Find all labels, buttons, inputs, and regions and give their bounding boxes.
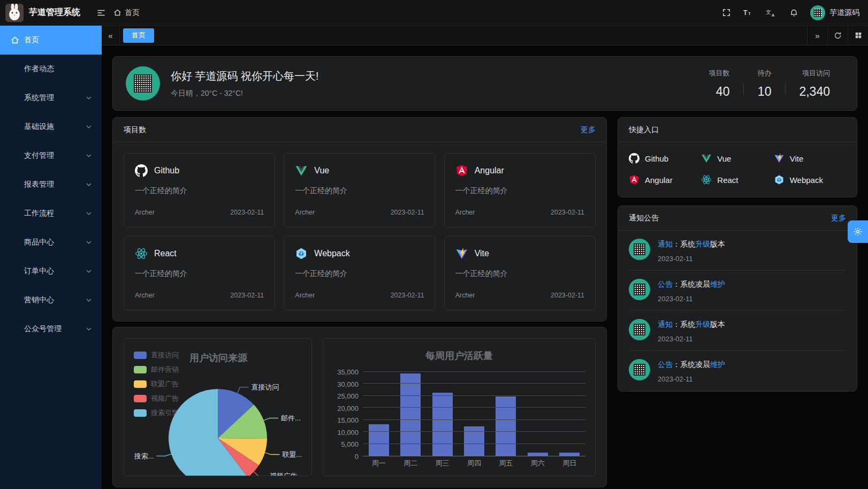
vue-icon (701, 153, 712, 164)
quick-entry-react[interactable]: React (701, 174, 773, 185)
quick-entry-label: Github (645, 154, 668, 163)
sidebar-item-7[interactable]: 商品中心 (0, 228, 102, 257)
sidebar-item-home[interactable]: 首页 (0, 26, 102, 55)
pie-label-line (238, 387, 249, 393)
project-card-vite[interactable]: Vite一个正经的简介Archer2023-02-11 (444, 236, 596, 310)
sidebar-item-4[interactable]: 支付管理 (0, 141, 102, 170)
tab-首页[interactable]: 首页 (123, 28, 154, 43)
quick-entry-vue[interactable]: Vue (701, 153, 773, 164)
app-title: 芋道管理系统 (29, 7, 80, 18)
menu-fold-icon[interactable] (92, 4, 110, 22)
notice-card-title: 通知公告 (629, 213, 659, 223)
project-desc: 一个正经的简介 (455, 186, 584, 196)
notification-bell-icon[interactable] (785, 4, 803, 22)
refresh-icon (834, 32, 842, 40)
sidebar-item-9[interactable]: 营销中心 (0, 286, 102, 315)
notice-item-0[interactable]: 通知：系统升级版本2023-02-11 (629, 231, 846, 271)
bar-周三[interactable] (432, 393, 453, 456)
project-card-webpack[interactable]: Webpack一个正经的简介Archer2023-02-11 (284, 236, 435, 310)
layout-grid-button[interactable] (848, 26, 868, 45)
sidebar-item-3[interactable]: 基础设施 (0, 112, 102, 141)
notice-date: 2023-02-11 (658, 375, 725, 383)
chevron-down-icon (86, 181, 92, 188)
notice-avatar (629, 319, 650, 340)
project-name: Github (154, 166, 179, 175)
project-card-angular[interactable]: Angular一个正经的简介Archer2023-02-11 (444, 153, 596, 227)
quick-entry-vite[interactable]: Vite (774, 153, 846, 164)
refresh-button[interactable] (827, 26, 848, 45)
settings-fab-button[interactable] (848, 220, 868, 243)
sidebar-item-label: 作者动态 (24, 64, 92, 74)
notice-item-3[interactable]: 公告：系统凌晨维护2023-02-11 (629, 351, 846, 391)
quick-entry-angular[interactable]: Angular (629, 174, 701, 185)
welcome-title: 你好 芋道源码 祝你开心每一天! (171, 69, 319, 83)
breadcrumb-item-home[interactable]: 首页 (125, 8, 140, 18)
pie-label-line (157, 454, 171, 456)
sidebar-item-1[interactable]: 作者动态 (0, 55, 102, 83)
quick-entry-card: 快捷入口 GithubVueViteAngularReactWebpack (618, 117, 857, 197)
language-icon[interactable]: 文 A (762, 4, 780, 22)
projects-more-link[interactable]: 更多 (581, 125, 596, 135)
breadcrumb[interactable]: 首页 (113, 8, 140, 18)
bar-周五[interactable] (496, 396, 516, 456)
tab-bar: « 首页 » (102, 26, 868, 45)
rabbit-logo-icon (5, 4, 24, 22)
bar-周一[interactable] (369, 424, 389, 456)
project-card-react[interactable]: React一个正经的简介Archer2023-02-11 (124, 236, 275, 310)
notice-avatar (629, 239, 650, 260)
pie-slice-label: 直接访问 (252, 383, 279, 391)
project-date: 2023-02-11 (551, 209, 584, 216)
project-date: 2023-02-11 (391, 292, 424, 299)
tabs-scroll-right-button[interactable]: » (807, 26, 827, 45)
notice-text: 通知：系统升级版本 (658, 240, 725, 249)
angular-icon (455, 164, 468, 177)
svg-text:A: A (772, 13, 775, 18)
legend-item-0[interactable]: 直接访问 (134, 350, 179, 360)
chevron-down-icon (86, 124, 92, 130)
sidebar-item-8[interactable]: 订单中心 (0, 257, 102, 286)
bar-chart[interactable]: 05,00010,00015,00020,00025,00030,00035,0… (333, 372, 585, 456)
user-menu[interactable]: 芋道源码 (810, 5, 859, 20)
vite-icon (774, 153, 785, 164)
pie-slice-label: 搜索... (134, 452, 154, 460)
notice-item-2[interactable]: 通知：系统升级版本2023-02-11 (629, 311, 846, 351)
project-card-github[interactable]: Github一个正经的简介Archer2023-02-11 (124, 153, 275, 227)
tabs-scroll-left-button[interactable]: « (102, 26, 120, 45)
sidebar-item-5[interactable]: 报表管理 (0, 170, 102, 199)
sidebar-item-2[interactable]: 系统管理 (0, 83, 102, 112)
notice-text: 公告：系统凌晨维护 (658, 360, 725, 370)
quick-entry-label: Webpack (790, 175, 823, 185)
project-desc: 一个正经的简介 (135, 269, 264, 279)
vite-icon (455, 247, 468, 260)
stat-项目数: 项目数40 (695, 68, 743, 99)
quick-entry-label: React (717, 175, 738, 185)
font-size-icon[interactable]: T т (740, 4, 758, 22)
sidebar-item-label: 首页 (24, 35, 92, 45)
sidebar-item-6[interactable]: 工作流程 (0, 199, 102, 228)
quick-entry-webpack[interactable]: Webpack (774, 174, 846, 185)
y-tick-label: 5,000 (341, 440, 359, 448)
bar-周日[interactable] (559, 453, 580, 456)
welcome-subtitle: 今日晴，20°C - 32°C! (171, 89, 319, 98)
welcome-card: 你好 芋道源码 祝你开心每一天! 今日晴，20°C - 32°C! 项目数40待… (112, 56, 857, 111)
projects-card-title: 项目数 (124, 125, 146, 135)
pie-chart[interactable]: 直接访问邮件...联盟...视频广告搜索... (124, 360, 311, 476)
fullscreen-icon[interactable] (717, 4, 735, 22)
project-card-vue[interactable]: Vue一个正经的简介Archer2023-02-11 (284, 153, 435, 227)
bar-周四[interactable] (464, 426, 484, 456)
bar-周六[interactable] (528, 453, 548, 456)
sidebar-item-label: 订单中心 (24, 266, 86, 276)
sidebar-item-label: 支付管理 (24, 151, 86, 161)
notice-more-link[interactable]: 更多 (831, 213, 846, 223)
chevron-down-icon (86, 239, 92, 246)
project-desc: 一个正经的简介 (455, 269, 584, 279)
sidebar-item-label: 工作流程 (24, 209, 86, 218)
notice-avatar (629, 359, 650, 380)
sidebar-item-10[interactable]: 公众号管理 (0, 315, 102, 343)
angular-icon (629, 174, 639, 185)
chevron-down-icon (86, 297, 92, 303)
notice-item-1[interactable]: 公告：系统凌晨维护2023-02-11 (629, 271, 846, 311)
bar-plot-area (363, 372, 585, 456)
notice-card: 通知公告 更多 通知：系统升级版本2023-02-11公告：系统凌晨维护2023… (618, 205, 857, 392)
quick-entry-github[interactable]: Github (629, 153, 701, 164)
